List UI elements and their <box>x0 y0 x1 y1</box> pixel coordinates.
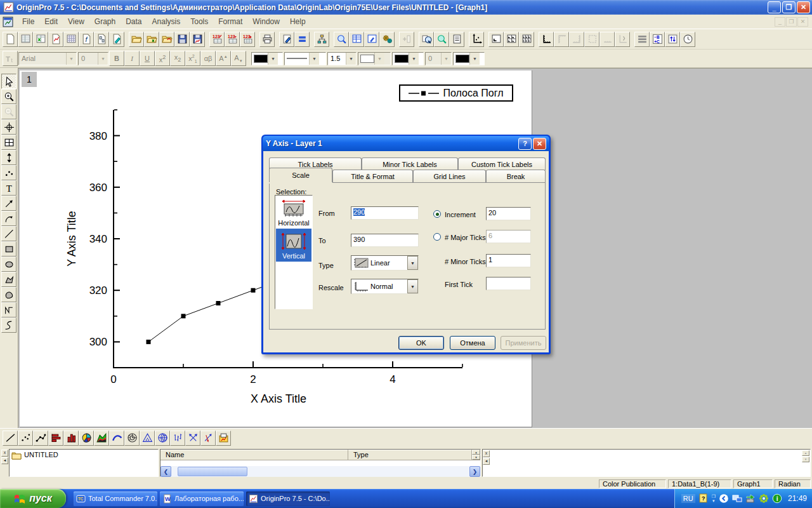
add-layer-button[interactable] <box>488 32 504 47</box>
new-worksheet-button[interactable] <box>18 32 33 47</box>
results-pane-collapse-button[interactable]: ◂ <box>483 458 490 465</box>
new-project-button[interactable] <box>3 32 18 47</box>
tree-pane-close-button[interactable]: x <box>1 450 8 457</box>
open-excel-button[interactable] <box>144 32 159 47</box>
new-graph-button[interactable] <box>48 32 63 47</box>
results-pane-spinner[interactable]: ▴▾ <box>802 450 810 476</box>
line-tool-button[interactable] <box>1 226 16 241</box>
open-template-button[interactable] <box>159 32 174 47</box>
rescale-axes-button[interactable] <box>469 32 484 47</box>
taskbar-task-word-doc[interactable]: WЛабораторная рабо... <box>160 491 244 506</box>
add-4-layers-button[interactable] <box>504 32 519 47</box>
spline-plot-button[interactable] <box>109 431 124 446</box>
restore-button[interactable]: ❐ <box>782 1 796 13</box>
freehand-tool-button[interactable] <box>1 318 16 333</box>
dialog-title-bar[interactable]: Y Axis - Layer 1 ? ✕ <box>263 136 549 151</box>
legend[interactable]: Полоса Погл <box>399 84 513 102</box>
zoom-tool-button[interactable] <box>334 32 349 47</box>
symbol-color-combo[interactable]: ▼ <box>392 52 424 65</box>
line-width-combo[interactable]: 1.5▼ <box>327 52 357 65</box>
menu-item-help[interactable]: Help <box>285 15 311 28</box>
data-selector-button[interactable] <box>1 150 16 165</box>
column-plot-button[interactable] <box>63 431 79 446</box>
language-bar-options[interactable]: ❐▾ <box>712 494 716 503</box>
arrow-tool-button[interactable] <box>1 196 16 211</box>
save-project-button[interactable] <box>174 32 190 47</box>
list-item-vertical[interactable]: Vertical <box>276 229 311 262</box>
dialog-help-button[interactable]: ? <box>518 138 532 150</box>
minor-ticks-input[interactable]: 1 <box>486 254 531 267</box>
ok-button[interactable]: OK <box>398 336 444 350</box>
ellipse-tool-button[interactable] <box>1 257 16 272</box>
data-display-button[interactable] <box>1 135 16 150</box>
bar-plot-button[interactable] <box>48 431 63 446</box>
save-template-button[interactable] <box>190 32 205 47</box>
menu-item-analysis[interactable]: Analysis <box>147 15 186 28</box>
increment-radio[interactable] <box>433 210 441 218</box>
full-menus-button[interactable] <box>449 32 464 47</box>
major-ticks-radio[interactable] <box>433 233 441 241</box>
date-time-button[interactable] <box>680 32 695 47</box>
to-input[interactable]: 390 <box>351 234 419 247</box>
project-organizer-button[interactable] <box>314 32 329 47</box>
start-button[interactable]: пуск <box>0 489 66 508</box>
draft-view-button[interactable] <box>279 32 294 47</box>
smith-chart-button[interactable] <box>155 431 170 446</box>
ternary-plot-button[interactable] <box>140 431 155 446</box>
minimize-button[interactable]: _ <box>768 1 781 13</box>
column-header-type[interactable]: Type <box>348 450 472 460</box>
results-pane-close-button[interactable]: x <box>483 450 490 457</box>
b-c-operation-button[interactable]: −B+C <box>650 32 665 47</box>
menu-item-edit[interactable]: Edit <box>39 15 63 28</box>
icq-flower-icon[interactable] <box>759 493 769 504</box>
open-button[interactable] <box>129 32 144 47</box>
script-window-button[interactable] <box>364 32 379 47</box>
info-icon[interactable]: i <box>772 493 782 504</box>
polyline-tool-button[interactable] <box>1 302 16 318</box>
add-9-layers-button[interactable] <box>519 32 534 47</box>
column-header-name[interactable]: Name <box>160 450 348 460</box>
line-style-combo[interactable]: ▼ <box>284 52 326 65</box>
rescale-combo[interactable]: Normal ▼ <box>351 279 419 294</box>
project-folder-label[interactable]: UNTITLED <box>24 451 58 458</box>
menu-item-tools[interactable]: Tools <box>185 15 213 28</box>
bottom-left-axes-button[interactable] <box>539 32 554 47</box>
curved-arrow-button[interactable] <box>1 211 16 226</box>
tab-grid-lines[interactable]: Grid Lines <box>413 170 486 182</box>
region-tool-button[interactable] <box>1 287 16 302</box>
scatter-plot-button[interactable] <box>18 431 33 446</box>
removable-media-icon[interactable] <box>745 493 756 504</box>
zoom-in-button[interactable] <box>1 89 16 104</box>
first-tick-input[interactable] <box>486 277 531 290</box>
template-library-button[interactable] <box>216 431 231 446</box>
draw-data-button[interactable] <box>1 165 16 180</box>
line-color-combo[interactable]: ▼ <box>251 52 283 65</box>
line-symbol-plot-button[interactable] <box>33 431 48 446</box>
text-tool-button[interactable]: T <box>1 180 16 196</box>
pie-chart-button[interactable] <box>79 431 94 446</box>
results-log-area[interactable] <box>490 450 802 476</box>
menu-item-window[interactable]: Window <box>247 15 285 28</box>
language-indicator[interactable]: RU <box>681 494 695 503</box>
print-button[interactable] <box>259 32 275 47</box>
polygon-tool-button[interactable] <box>1 272 16 287</box>
format-display-button[interactable] <box>294 32 310 47</box>
menu-item-data[interactable]: Data <box>121 15 147 28</box>
pattern-color-combo[interactable]: ▼ <box>453 52 485 65</box>
scroll-left-icon[interactable]: ❮ <box>160 466 171 477</box>
collapse-chevron-icon[interactable] <box>719 493 729 504</box>
vector-xyam-button[interactable] <box>200 431 216 446</box>
new-function-button[interactable]: f <box>79 32 94 47</box>
import-wizard-button[interactable]: 123 <box>240 32 255 47</box>
vector-xyxy-button[interactable] <box>185 431 200 446</box>
increment-input[interactable]: 20 <box>486 207 531 220</box>
new-matrix-button[interactable] <box>63 32 79 47</box>
from-input[interactable]: 290 <box>351 206 419 220</box>
new-notes-button[interactable] <box>109 32 124 47</box>
tab-title-format[interactable]: Title & Format <box>332 170 413 182</box>
tree-pane-collapse-button[interactable]: ◂ <box>1 457 8 464</box>
exchange-columns-button[interactable] <box>665 32 680 47</box>
screen-reader-button[interactable] <box>1 119 16 135</box>
list-item-horizontal[interactable]: Horizontal <box>276 197 311 229</box>
area-plot-button[interactable] <box>94 431 109 446</box>
